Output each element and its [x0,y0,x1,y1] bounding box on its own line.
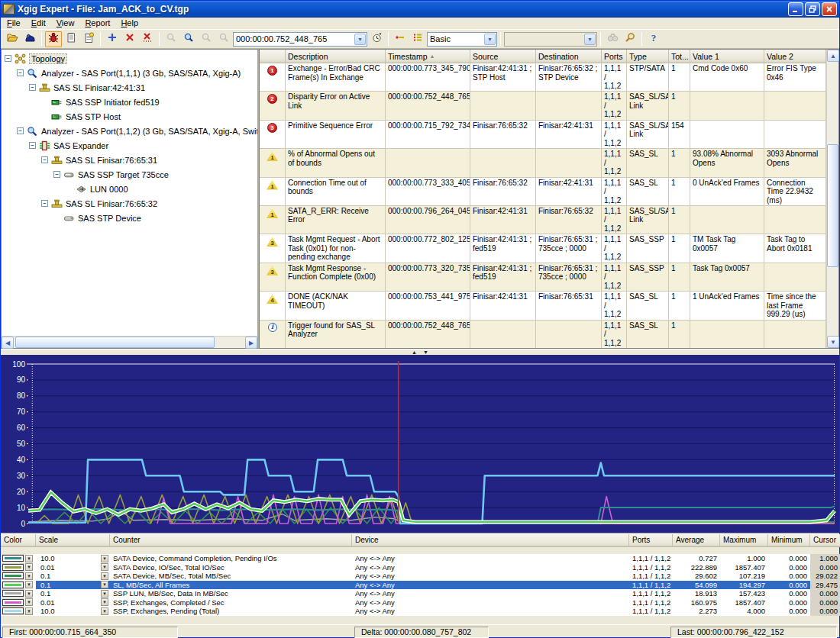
events-column-header[interactable] [260,50,286,63]
color-swatch-button[interactable] [2,564,24,571]
events-column-header[interactable]: Description [286,50,386,63]
counters-column-header[interactable]: Cursor [810,534,840,547]
timestamp-combo[interactable]: 000:00:00.752_448_765▼ [233,32,367,47]
marker-list-button[interactable] [409,31,426,47]
tree-item-5[interactable]: −Analyzer - SAS Port(1,1,2) (3 Gb, SAS/S… [2,124,257,138]
event-row-4[interactable]: 1% of Abnormal Opens out of bounds1,1,1 … [260,149,826,177]
open-file-button[interactable] [4,31,21,47]
collapse-icon[interactable]: − [5,55,11,62]
events-column-header[interactable]: Value 2 [764,50,826,63]
counters-header[interactable]: ColorScaleCounterDevicePortsAverageMaxim… [1,534,839,547]
color-swatch-button[interactable] [2,599,24,606]
counter-chart[interactable]: 0102030405060708090100 [1,355,839,533]
color-swatch-button[interactable] [2,582,24,588]
color-swatch-button[interactable] [2,555,24,562]
event-row-8[interactable]: 3Task Mgmt Response - Function Complete … [260,263,826,292]
event-row-2[interactable]: 2Disparity Error on Active Link000:00:00… [260,92,826,120]
counters-column-header[interactable]: Device [352,534,629,547]
counter-row-1[interactable]: ▼10.0▼SATA Device, Command Completion, P… [1,554,839,563]
menu-file[interactable]: File [2,18,26,29]
tree-item-3[interactable]: SAS SSP Initiator fed519 [2,95,257,109]
new-report-button[interactable] [80,31,97,47]
event-row-10[interactable]: iTrigger found for SAS_SL Analyzer000:00… [260,321,826,348]
collapse-icon[interactable]: − [41,156,48,163]
minimize-button[interactable] [788,2,803,16]
color-swatch-button[interactable] [2,607,24,614]
scale-dropdown-icon[interactable]: ▼ [101,563,108,571]
events-column-header[interactable]: Timestamp▲ [386,50,470,63]
color-swatch-button[interactable] [2,590,24,597]
events-column-header[interactable]: Value 1 [690,50,764,63]
tree-item-2[interactable]: −SAS SL Finisar:42:41:31 [2,80,257,95]
scroll-right-icon[interactable]: ▶ [245,337,257,349]
scale-cell[interactable]: 10.0▼ [36,554,110,563]
tree-horizontal-scrollbar[interactable]: ◀ ▶ [2,336,257,348]
pane-splitter[interactable]: ▲ ▼ [1,349,839,355]
export-capture-button[interactable] [21,31,38,47]
scale-dropdown-icon[interactable]: ▼ [101,581,108,588]
counters-column-header[interactable]: Ports [629,534,673,547]
counters-column-header[interactable]: Maximum [720,534,768,547]
tree-item-8[interactable]: −SAS SSP Target 735cce [2,167,257,182]
menu-help[interactable]: Help [115,18,144,29]
scale-cell[interactable]: 0.1▼ [36,581,110,590]
chevron-down-icon[interactable]: ▼ [484,34,496,45]
events-column-header[interactable]: Type [627,50,669,63]
scale-dropdown-icon[interactable]: ▼ [101,598,108,606]
expert-analysis-button[interactable] [45,31,62,47]
color-dropdown-icon[interactable]: ▼ [25,581,33,588]
color-dropdown-icon[interactable]: ▼ [25,572,33,580]
events-column-header[interactable]: Destination [536,50,602,63]
scale-cell[interactable]: 10.0▼ [36,607,110,616]
color-dropdown-icon[interactable]: ▼ [25,590,33,598]
counter-row-6[interactable]: ▼0.01▼SSP, Exchanges, Completed / SecAny… [1,598,839,607]
events-column-header[interactable]: Source [470,50,536,63]
tree-item-4[interactable]: SAS STP Host [2,109,257,124]
report-button[interactable] [63,31,79,47]
scale-cell[interactable]: 0.01▼ [36,563,110,572]
color-dropdown-icon[interactable]: ▼ [25,598,33,606]
tree-item-1[interactable]: −Analyzer - SAS Port(1,1,1) (3 Gb, SAS/S… [2,66,257,80]
find-button[interactable] [604,31,621,47]
add-counter-button[interactable] [104,31,121,47]
counters-column-header[interactable]: Minimum [768,534,810,547]
event-row-7[interactable]: 3Task Mgmt Request - Abort Task (0x01) f… [260,234,826,263]
zoom-select-button[interactable] [180,31,197,47]
menu-report[interactable]: Report [79,18,115,29]
scroll-down-icon[interactable]: ▼ [827,336,839,348]
counter-row-4[interactable]: ▼0.1▼SL, MB/Sec, All FramesAny <-> Any1,… [1,581,839,590]
collapse-icon[interactable]: − [41,200,48,207]
zoom-fit-button[interactable] [215,31,232,47]
hscroll-thumb[interactable] [15,337,215,348]
menu-view[interactable]: View [51,18,80,29]
counter-row-3[interactable]: ▼0.1▼SATA Device, MB/Sec, Total MB/SecAn… [1,572,839,581]
events-header[interactable]: DescriptionTimestamp▲SourceDestinationPo… [260,50,826,63]
scale-dropdown-icon[interactable]: ▼ [101,607,108,615]
scale-dropdown-icon[interactable]: ▼ [101,555,108,562]
event-row-5[interactable]: 1Connection Time out of bounds000:00:00.… [260,178,826,206]
events-vertical-scrollbar[interactable]: ▲ ▼ [826,50,838,348]
event-row-6[interactable]: 1SATA_R_ERR: Receive Error000:00:00.796_… [260,206,826,234]
chevron-down-icon[interactable]: ▼ [354,34,366,45]
counter-row-7[interactable]: ▼10.0▼SSP, Exchanges, Pending (Total)Any… [1,607,839,616]
counter-row-5[interactable]: ▼0.1▼SSP LUN, MB/Sec, Data In MB/SecAny … [1,589,839,598]
scroll-up-icon[interactable]: ▲ [827,50,839,62]
scale-dropdown-icon[interactable]: ▼ [101,572,108,580]
zoom-in-button[interactable] [163,31,179,47]
tree-item-0[interactable]: −Topology [2,51,257,66]
collapse-icon[interactable]: − [29,142,36,149]
chevron-down-icon[interactable]: ▼ [584,34,596,45]
events-column-header[interactable]: Ports [602,50,627,63]
help-button[interactable]: ? [645,31,662,47]
counters-column-header[interactable]: Scale [36,534,110,547]
color-swatch-button[interactable] [2,572,24,579]
secondary-combo[interactable]: ▼ [504,32,597,47]
chart-canvas[interactable]: 0102030405060708090100 [1,355,839,533]
delete-counter-button[interactable] [121,31,138,47]
counters-column-header[interactable]: Color [1,534,36,547]
collapse-icon[interactable]: − [53,171,60,178]
scale-cell[interactable]: 0.01▼ [36,598,110,607]
color-dropdown-icon[interactable]: ▼ [25,563,33,571]
tree-item-10[interactable]: −SAS SL Finisar:76:65:32 [2,196,257,211]
counter-row-2[interactable]: ▼0.01▼SATA Device, IO/Sec, Total IO/SecA… [1,563,839,572]
